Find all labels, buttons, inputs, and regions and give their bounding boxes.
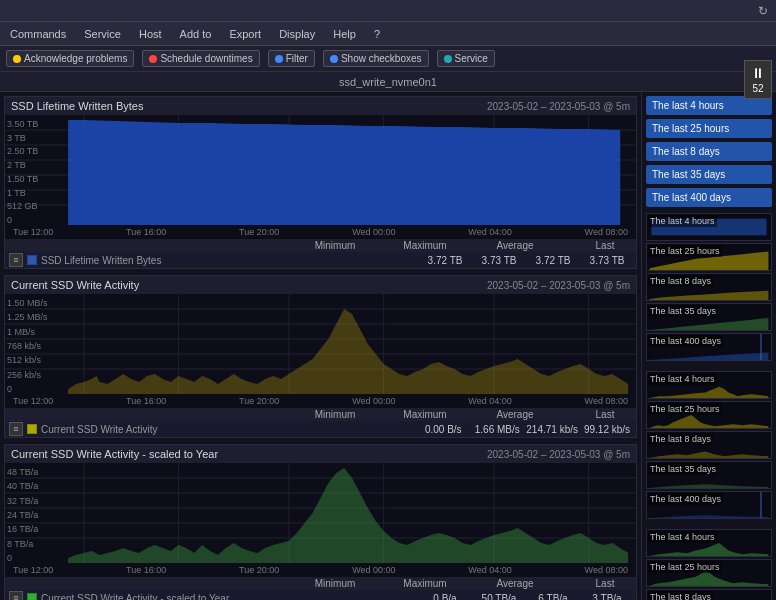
chart3-ylabels: 48 TB/a 40 TB/a 32 TB/a 24 TB/a 16 TB/a … <box>7 465 38 565</box>
chart3-svg <box>5 463 636 563</box>
chart1-header: SSD Lifetime Written Bytes 2023-05-02 – … <box>5 97 636 115</box>
chart1-last: 3.73 TB <box>582 255 632 266</box>
mini3-25h-label: The last 25 hours <box>648 561 722 573</box>
acknowledge-problems-button[interactable]: Acknowledge problems <box>6 50 134 67</box>
chart2-title: Current SSD Write Activity <box>11 279 139 291</box>
chart3-avg: 6 TB/a <box>528 593 578 601</box>
chart3-area: 48 TB/a 40 TB/a 32 TB/a 24 TB/a 16 TB/a … <box>5 463 636 563</box>
main-content: SSD Lifetime Written Bytes 2023-05-02 – … <box>0 92 776 600</box>
menu-export[interactable]: Export <box>225 26 265 42</box>
chart1-stat-values: 3.72 TB 3.73 TB 3.72 TB 3.73 TB <box>420 255 632 266</box>
chart3-stat-label: Current SSD Write Activity - scaled to Y… <box>41 593 416 601</box>
time-btn-35d[interactable]: The last 35 days <box>646 165 772 184</box>
x2-1: Tue 16:00 <box>126 396 166 406</box>
mini3-8d[interactable]: The last 8 days <box>646 589 772 600</box>
chart1-expand-icon[interactable]: ≡ <box>9 253 23 267</box>
x3-0: Tue 12:00 <box>13 565 53 575</box>
menu-display[interactable]: Display <box>275 26 319 42</box>
chart2-xaxis: Tue 12:00 Tue 16:00 Tue 20:00 Wed 00:00 … <box>5 394 636 408</box>
chart-write-activity: Current SSD Write Activity 2023-05-02 – … <box>4 275 637 438</box>
mini2-4h[interactable]: The last 4 hours <box>646 371 772 399</box>
mini-chart-group-1: The last 4 hours The last 25 hours The l… <box>646 213 772 361</box>
chart2-stats-row: ≡ Current SSD Write Activity 0.00 B/s 1.… <box>5 421 636 437</box>
sh3-min: Minimum <box>310 578 360 589</box>
y3-6: 0 <box>7 553 38 563</box>
sh3-avg: Average <box>490 578 540 589</box>
menu-help-icon[interactable]: ? <box>370 26 384 42</box>
sh3-max: Maximum <box>400 578 450 589</box>
service-button[interactable]: Service <box>437 50 495 67</box>
pause-count: 52 <box>752 83 763 94</box>
mini2-8d-label: The last 8 days <box>648 433 713 445</box>
mini1-25h[interactable]: The last 25 hours <box>646 243 772 271</box>
chk-dot <box>330 55 338 63</box>
x3-5: Wed 08:00 <box>585 565 628 575</box>
svg-marker-12 <box>68 120 620 225</box>
menu-commands[interactable]: Commands <box>6 26 70 42</box>
y3-3: 24 TB/a <box>7 510 38 520</box>
mini2-8d[interactable]: The last 8 days <box>646 431 772 459</box>
chart3-title: Current SSD Write Activity - scaled to Y… <box>11 448 218 460</box>
chart1-xaxis: Tue 12:00 Tue 16:00 Tue 20:00 Wed 00:00 … <box>5 225 636 239</box>
y1-3: 2 TB <box>7 160 38 170</box>
filter-label: Filter <box>286 53 308 64</box>
menu-service[interactable]: Service <box>80 26 125 42</box>
chart2-avg: 214.71 kb/s <box>526 424 578 435</box>
mini3-25h[interactable]: The last 25 hours <box>646 559 772 587</box>
menu-help[interactable]: Help <box>329 26 360 42</box>
right-panel: The last 4 hours The last 25 hours The l… <box>641 92 776 600</box>
mini-chart-group-2: The last 4 hours The last 25 hours The l… <box>646 371 772 519</box>
chart-write-activity-year: Current SSD Write Activity - scaled to Y… <box>4 444 637 600</box>
sched-label: Schedule downtimes <box>160 53 252 64</box>
chart3-expand-icon[interactable]: ≡ <box>9 591 23 600</box>
time-btn-25h[interactable]: The last 25 hours <box>646 119 772 138</box>
schedule-downtimes-button[interactable]: Schedule downtimes <box>142 50 259 67</box>
mini-chart-group-3: The last 4 hours The last 25 hours The l… <box>646 529 772 600</box>
mini2-25h-label: The last 25 hours <box>648 403 722 415</box>
chart1-avg: 3.72 TB <box>528 255 578 266</box>
filter-button[interactable]: Filter <box>268 50 315 67</box>
time-btn-8d[interactable]: The last 8 days <box>646 142 772 161</box>
time-btn-400d[interactable]: The last 400 days <box>646 188 772 207</box>
menu-host[interactable]: Host <box>135 26 166 42</box>
x2-2: Tue 20:00 <box>239 396 279 406</box>
svc-label: Service <box>455 53 488 64</box>
chart3-header: Current SSD Write Activity - scaled to Y… <box>5 445 636 463</box>
sched-dot <box>149 55 157 63</box>
mini1-35d[interactable]: The last 35 days <box>646 303 772 331</box>
y1-5: 1 TB <box>7 188 38 198</box>
chart3-max: 50 TB/a <box>474 593 524 601</box>
mini1-8d[interactable]: The last 8 days <box>646 273 772 301</box>
chart3-stats-row: ≡ Current SSD Write Activity - scaled to… <box>5 590 636 600</box>
chart2-svg <box>5 294 636 394</box>
menu-addto[interactable]: Add to <box>176 26 216 42</box>
chart1-svg <box>5 115 636 225</box>
chart2-expand-icon[interactable]: ≡ <box>9 422 23 436</box>
show-checkboxes-button[interactable]: Show checkboxes <box>323 50 429 67</box>
mini1-4h-label: The last 4 hours <box>648 215 717 227</box>
sh2-avg: Average <box>490 409 540 420</box>
y1-7: 0 <box>7 215 38 225</box>
refresh-icon[interactable]: ↻ <box>758 4 768 18</box>
chart2-ylabels: 1.50 MB/s 1.25 MB/s 1 MB/s 768 kb/s 512 … <box>7 296 48 396</box>
mini2-25h[interactable]: The last 25 hours <box>646 401 772 429</box>
pause-overlay[interactable]: ⏸ 52 <box>744 60 772 99</box>
chart1-title: SSD Lifetime Written Bytes <box>11 100 143 112</box>
mini3-4h[interactable]: The last 4 hours <box>646 529 772 557</box>
chart3-dates: 2023-05-02 – 2023-05-03 @ 5m <box>487 449 630 460</box>
mini1-400d[interactable]: The last 400 days <box>646 333 772 361</box>
page-title: ssd_write_nvme0n1 <box>339 76 437 88</box>
chart1-stats-headers: Minimum Maximum Average Last <box>5 239 636 252</box>
x2-3: Wed 00:00 <box>352 396 395 406</box>
chart3-min: 0 B/a <box>420 593 470 601</box>
mini2-35d[interactable]: The last 35 days <box>646 461 772 489</box>
x3-2: Tue 20:00 <box>239 565 279 575</box>
charts-area[interactable]: SSD Lifetime Written Bytes 2023-05-02 – … <box>0 92 641 600</box>
mini1-8d-label: The last 8 days <box>648 275 713 287</box>
mini2-400d[interactable]: The last 400 days <box>646 491 772 519</box>
chart3-xaxis: Tue 12:00 Tue 16:00 Tue 20:00 Wed 00:00 … <box>5 563 636 577</box>
sh1-last: Last <box>580 240 630 251</box>
chart1-ylabels: 3.50 TB 3 TB 2.50 TB 2 TB 1.50 TB 1 TB 5… <box>7 117 38 227</box>
y3-0: 48 TB/a <box>7 467 38 477</box>
mini1-4h[interactable]: The last 4 hours <box>646 213 772 241</box>
